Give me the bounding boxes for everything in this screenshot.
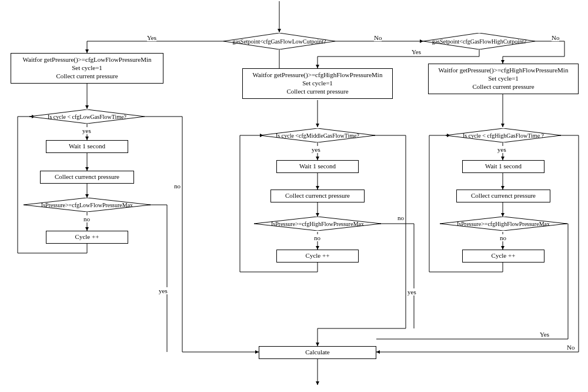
right-loop-decision: Is cycle < cfgHighGasFlowTime ? xyxy=(446,128,561,142)
left-cycle-inc: Cycle ++ xyxy=(46,231,128,244)
label-no: No xyxy=(552,34,559,41)
right-init-l2: Set cycle=1 xyxy=(488,75,519,83)
decision-high-cutpoint-text: gasSetpoint<cfgGasFlowHighCutpoint? xyxy=(429,38,530,45)
middle-init-l1: Waitfor getPressure()>=cfgHighFlowPressu… xyxy=(253,71,383,79)
label-no: no xyxy=(397,214,404,221)
decision-high-cutpoint: gasSetpoint<cfgGasFlowHighCutpoint? xyxy=(423,33,535,49)
middle-press-text: IsPressure>=cfgHighFlowPressureMax xyxy=(268,221,368,227)
middle-loop-text: Is cycle <cfgMiddleGasFlowTime? xyxy=(272,132,363,139)
left-init-l1: Waitfor getPressure()>=cfgLowFlowPressur… xyxy=(23,56,152,64)
label-yes: yes xyxy=(159,287,168,294)
right-wait-text: Wait 1 second xyxy=(485,162,522,170)
calculate-box: Calculate xyxy=(259,346,376,359)
label-no: No xyxy=(374,34,382,41)
right-pressure-decision: IsPressure>=cfgHighFlowPressureMax xyxy=(440,217,567,231)
decision-low-cutpoint: gasSetpoint<cfgGasFlowLowCutpoint? xyxy=(223,33,335,49)
middle-cycle-text: Cycle ++ xyxy=(306,252,330,260)
calculate-text: Calculate xyxy=(305,348,330,356)
left-init-l3: Collect current pressure xyxy=(56,72,118,81)
left-collect-box: Collect currenct pressure xyxy=(40,171,134,184)
right-cycle-text: Cycle ++ xyxy=(492,252,516,260)
right-press-text: IsPressure>=cfgHighFlowPressureMax xyxy=(453,221,553,227)
middle-loop-decision: Is cycle <cfgMiddleGasFlowTime? xyxy=(260,128,375,142)
label-yes: Yes xyxy=(412,48,421,55)
right-cycle-inc: Cycle ++ xyxy=(462,250,544,263)
left-loop-text: Is cycle < cfgLowGasFlowTime? xyxy=(44,114,130,120)
left-collect-text: Collect currenct pressure xyxy=(55,173,119,181)
right-init-l3: Collect current pressure xyxy=(472,83,534,91)
middle-cycle-inc: Cycle ++ xyxy=(276,250,359,263)
middle-collect-text: Collect currenct pressure xyxy=(285,192,350,200)
left-press-text: IsPressure>=cfgLowFlowPressureMax xyxy=(38,202,136,208)
decision-low-cutpoint-text: gasSetpoint<cfgGasFlowLowCutpoint? xyxy=(229,38,330,45)
label-yes: Yes xyxy=(540,331,549,338)
middle-init-l3: Collect current pressure xyxy=(286,88,348,96)
middle-wait-box: Wait 1 second xyxy=(276,160,359,173)
right-wait-box: Wait 1 second xyxy=(462,160,544,173)
right-collect-text: Collect currenct pressure xyxy=(471,192,536,200)
right-loop-text: Is cycle < cfgHighGasFlowTime ? xyxy=(459,132,547,139)
middle-init-box: Waitfor getPressure()>=cfgHighFlowPressu… xyxy=(242,68,393,99)
right-init-l1: Waitfor getPressure()>=cfgHighFlowPressu… xyxy=(439,67,569,75)
label-yes: yes xyxy=(497,146,506,153)
label-yes: yes xyxy=(82,127,91,134)
right-init-box: Waitfor getPressure()>=cfgHighFlowPressu… xyxy=(428,64,579,94)
label-no: no xyxy=(174,182,181,190)
label-no: no xyxy=(83,215,90,222)
label-no: no xyxy=(314,234,320,241)
label-yes: yes xyxy=(312,146,320,153)
left-loop-decision: Is cycle < cfgLowGasFlowTime? xyxy=(29,109,145,124)
left-pressure-decision: IsPressure>=cfgLowFlowPressureMax xyxy=(24,198,151,212)
middle-collect-box: Collect currenct pressure xyxy=(270,190,365,202)
middle-init-l2: Set cycle=1 xyxy=(302,79,333,88)
label-yes: Yes xyxy=(147,34,156,41)
label-no: no xyxy=(500,234,506,241)
middle-pressure-decision: IsPressure>=cfgHighFlowPressureMax xyxy=(254,217,381,231)
label-yes: yes xyxy=(407,288,416,295)
label-no: No xyxy=(567,344,574,351)
right-collect-box: Collect currenct pressure xyxy=(456,190,550,202)
left-wait-box: Wait 1 second xyxy=(46,140,128,153)
left-init-l2: Set cycle=1 xyxy=(72,64,102,72)
left-wait-text: Wait 1 second xyxy=(69,142,105,150)
left-init-box: Waitfor getPressure()>=cfgLowFlowPressur… xyxy=(11,53,163,84)
left-cycle-text: Cycle ++ xyxy=(75,233,99,241)
middle-wait-text: Wait 1 second xyxy=(299,162,336,170)
